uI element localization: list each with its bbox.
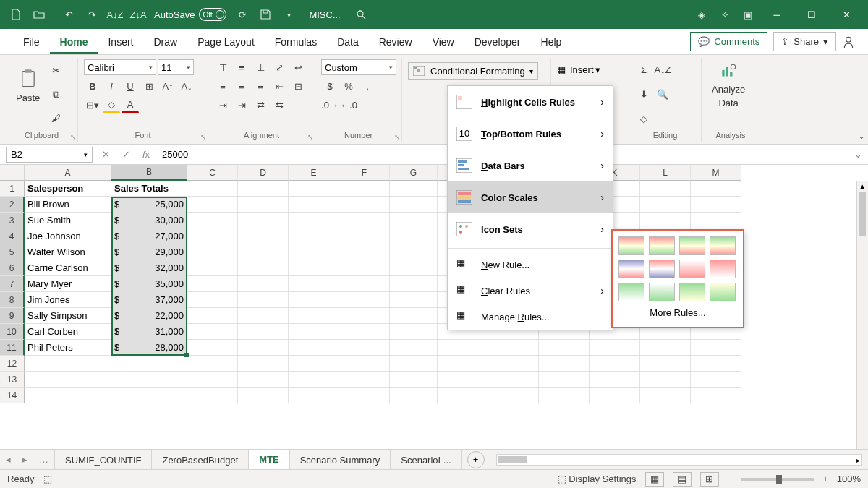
cell[interactable] — [339, 228, 390, 244]
inc-indent2-icon[interactable]: ⇥ — [233, 97, 250, 113]
cell[interactable] — [238, 228, 289, 244]
cell[interactable] — [25, 356, 111, 372]
cell[interactable] — [390, 308, 438, 324]
column-header[interactable]: F — [339, 165, 390, 181]
cell[interactable] — [289, 372, 339, 388]
zoom-level[interactable]: 100% — [837, 474, 861, 484]
cell[interactable]: $37,000 — [111, 292, 187, 308]
cell[interactable] — [187, 356, 238, 372]
cell[interactable] — [187, 244, 238, 260]
cell[interactable] — [187, 197, 238, 213]
paste-button[interactable]: Paste — [12, 59, 44, 111]
percent-icon[interactable]: % — [340, 78, 357, 94]
alignment-launcher[interactable]: ⤡ — [307, 133, 313, 141]
cell[interactable] — [289, 181, 339, 197]
cell[interactable] — [238, 197, 289, 213]
row-header[interactable]: 4 — [0, 228, 25, 244]
cell[interactable] — [289, 213, 339, 228]
cell[interactable] — [289, 324, 339, 340]
cell[interactable] — [390, 181, 438, 197]
search-icon[interactable] — [351, 4, 371, 25]
cf-manage-rules[interactable]: ▦Manage Rules... — [448, 304, 613, 330]
display-settings-button[interactable]: ⬚ Display Settings — [558, 474, 637, 484]
align-top-icon[interactable]: ⊤ — [214, 59, 231, 75]
autosave-toggle[interactable]: AutoSave Off — [154, 8, 226, 21]
sheet-tab[interactable]: ZeroBasedBudget — [151, 450, 249, 470]
cell[interactable] — [390, 372, 438, 388]
cell[interactable] — [238, 276, 289, 292]
color-scale-option[interactable] — [710, 283, 736, 301]
column-header[interactable]: M — [691, 165, 741, 181]
cell[interactable] — [390, 244, 438, 260]
zoom-in-button[interactable]: + — [822, 474, 828, 484]
cell[interactable]: Carl Corben — [25, 324, 111, 340]
cell[interactable] — [187, 292, 238, 308]
tab-insert[interactable]: Insert — [98, 30, 143, 54]
name-box[interactable]: B2▾ — [6, 147, 93, 163]
select-all-corner[interactable] — [0, 165, 25, 181]
cell[interactable]: Mary Myer — [25, 276, 111, 292]
accept-formula-icon[interactable]: ✓ — [116, 149, 136, 160]
row-header[interactable]: 7 — [0, 276, 25, 292]
cell[interactable] — [390, 197, 438, 213]
fx-icon[interactable]: fx — [136, 149, 156, 160]
row-header[interactable]: 2 — [0, 197, 25, 213]
cell[interactable]: Sales Totals — [111, 181, 187, 197]
comments-button[interactable]: 💬 Comments — [690, 32, 767, 51]
cell[interactable] — [187, 260, 238, 276]
cell[interactable] — [339, 276, 390, 292]
cell[interactable] — [339, 213, 390, 228]
orientation-icon[interactable]: ⤢ — [271, 59, 288, 75]
cell[interactable] — [438, 388, 488, 403]
sort-asc-icon[interactable]: A↓Z — [105, 4, 125, 25]
redo-icon[interactable]: ↷ — [82, 4, 102, 25]
color-scale-option[interactable] — [618, 260, 644, 278]
new-file-icon[interactable] — [6, 4, 26, 25]
cell[interactable] — [640, 340, 691, 356]
person-icon[interactable] — [842, 35, 862, 48]
tab-home[interactable]: Home — [50, 30, 98, 54]
cell[interactable] — [238, 181, 289, 197]
qat-dropdown[interactable]: ▾ — [278, 4, 299, 25]
sort-filter-icon[interactable]: A↓Z — [654, 62, 671, 78]
tab-help[interactable]: Help — [531, 30, 572, 54]
diamond-icon[interactable]: ◈ — [692, 4, 712, 25]
column-header[interactable]: L — [640, 165, 691, 181]
tab-review[interactable]: Review — [369, 30, 422, 54]
italic-button[interactable]: I — [103, 78, 120, 94]
tab-page-layout[interactable]: Page Layout — [187, 30, 265, 54]
cell[interactable] — [691, 181, 741, 197]
cell[interactable] — [640, 181, 691, 197]
cell[interactable] — [691, 197, 741, 213]
cell[interactable] — [187, 181, 238, 197]
cf-data-bars[interactable]: Data Bars› — [448, 150, 613, 181]
column-header[interactable]: E — [289, 165, 339, 181]
cell[interactable] — [488, 388, 539, 403]
cut-icon[interactable]: ✂ — [47, 63, 64, 79]
cell[interactable] — [438, 372, 488, 388]
cell[interactable] — [590, 388, 640, 403]
rtl-icon[interactable]: ⇄ — [252, 97, 269, 113]
column-header[interactable]: A — [25, 165, 111, 181]
analyze-data-button[interactable]: Analyze Data — [707, 59, 749, 111]
cell[interactable] — [640, 356, 691, 372]
cell[interactable] — [691, 340, 741, 356]
color-scale-option[interactable] — [710, 236, 736, 255]
cell[interactable] — [539, 388, 590, 403]
cell[interactable] — [390, 388, 438, 403]
sheet-tab[interactable]: ScenarioI ... — [390, 450, 461, 470]
cell[interactable] — [640, 213, 691, 228]
cell[interactable]: Jim Jones — [25, 292, 111, 308]
align-left-icon[interactable]: ≡ — [214, 78, 231, 94]
cell[interactable] — [187, 276, 238, 292]
bold-button[interactable]: B — [84, 78, 101, 94]
cell[interactable] — [187, 372, 238, 388]
cell[interactable] — [390, 213, 438, 228]
cancel-formula-icon[interactable]: ✕ — [95, 149, 116, 160]
cell[interactable] — [187, 308, 238, 324]
cell[interactable] — [289, 244, 339, 260]
clipboard-launcher[interactable]: ⤡ — [70, 133, 76, 141]
cell[interactable] — [187, 213, 238, 228]
sheet-tab-active[interactable]: MTE — [248, 449, 289, 471]
color-scale-option[interactable] — [649, 236, 675, 255]
